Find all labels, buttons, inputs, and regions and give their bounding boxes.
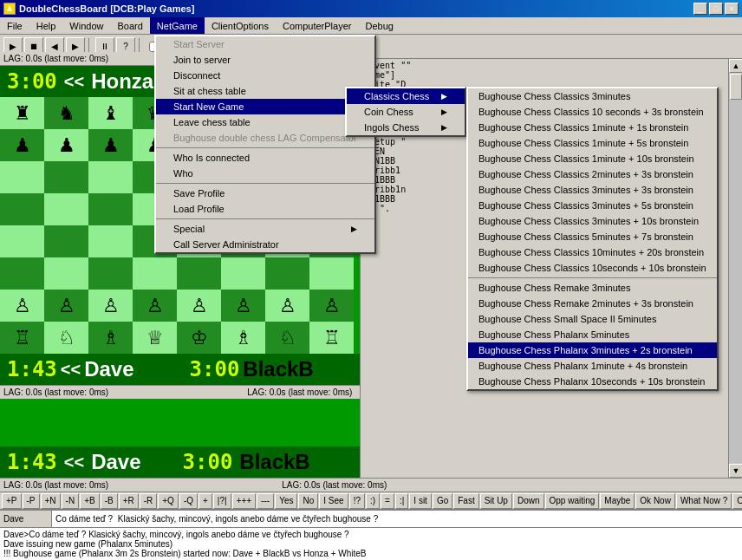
btn-fast[interactable]: Fast [453, 493, 478, 509]
classics-item-7[interactable]: Bughouse Chess Classics 3minutes + 3s br… [468, 182, 717, 198]
toolbar-btn-3[interactable]: ◀ [45, 37, 64, 56]
classics-item-5[interactable]: Bughouse Chess Classics 1minute + 10s br… [468, 151, 717, 166]
btn-oppdead[interactable]: Opp dead [732, 493, 742, 509]
btn-smile[interactable]: :) [366, 493, 380, 509]
submenu-classics[interactable]: Classics Chess▶ [347, 88, 465, 104]
chat-log: Dave>Co dáme teď ? Klasický šachy, minco… [0, 528, 742, 560]
menu-debug[interactable]: Debug [358, 17, 400, 34]
chat-line-0: Dave>Co dáme teď ? Klasický šachy, minco… [3, 530, 739, 539]
netgame-whoisconnected[interactable]: Who Is connected [156, 150, 374, 166]
classics-item-16[interactable]: Bughouse Chess Phalanx 5minutes [468, 327, 717, 342]
btn-minus-n[interactable]: -N [62, 493, 80, 509]
right-line-2: game"] [364, 70, 725, 80]
scroll-down-btn[interactable]: ▼ [729, 464, 742, 478]
menu-help[interactable]: Help [29, 17, 63, 34]
netgame-saveprofile[interactable]: Save Profile [156, 186, 374, 201]
close-button[interactable]: × [725, 3, 739, 15]
btn-oppwait[interactable]: Opp waiting [545, 493, 600, 509]
menu-sep-2 [156, 183, 374, 184]
btn-isee[interactable]: I See [319, 493, 348, 509]
btn-plus-r[interactable]: +R [119, 493, 139, 509]
btn-no[interactable]: No [298, 493, 318, 509]
menu-clientoptions[interactable]: ClientOptions [205, 17, 276, 34]
classics-item-14[interactable]: Bughouse Chess Remake 2minutes + 3s bron… [468, 296, 717, 311]
btn-go[interactable]: Go [433, 493, 452, 509]
netgame-who[interactable]: Who [156, 166, 374, 181]
classics-item-2[interactable]: Bughouse Chess Classics 10 seconds + 3s … [468, 104, 717, 120]
maximize-button[interactable]: □ [709, 3, 723, 15]
toolbar-btn-2[interactable]: ⏹ [24, 37, 43, 56]
netgame-loadprofile[interactable]: Load Profile [156, 201, 374, 217]
btn-excl[interactable]: !? [349, 493, 365, 509]
btn-plus-p[interactable]: +P [2, 493, 22, 509]
classics-item-9[interactable]: Bughouse Chess Classics 3minutes + 10s b… [468, 213, 717, 229]
netgame-special[interactable]: Special▶ [156, 221, 374, 237]
btn-isit[interactable]: I sit [409, 493, 432, 509]
btn-pipe[interactable]: + [199, 493, 212, 509]
btn-minus-q[interactable]: -Q [179, 493, 198, 509]
btn-plus-b[interactable]: +B [80, 493, 100, 509]
netgame-lag[interactable]: Bughouse double chess LAG Compensator [156, 130, 374, 146]
chat-area: Dave Dave>Co dáme teď ? Klasický šachy, … [0, 509, 742, 560]
netgame-sitat[interactable]: Sit at chess table▶ [156, 83, 374, 99]
classics-item-1[interactable]: Bughouse Chess Classics 3minutes [468, 88, 717, 104]
btn-qmark[interactable]: |?| [213, 493, 231, 509]
btn-yes[interactable]: Yes [275, 493, 297, 509]
btn-plus3[interactable]: +++ [232, 493, 257, 509]
menu-file[interactable]: File [0, 17, 29, 34]
classics-item-11[interactable]: Bughouse Chess Classics 10minutes + 20s … [468, 244, 717, 260]
classics-item-15[interactable]: Bughouse Chess Small Space II 5minutes [468, 311, 717, 327]
btn-situp[interactable]: Sit Up [480, 493, 512, 509]
toolbar-btn-1[interactable]: ▶ [3, 37, 23, 56]
classics-item-18[interactable]: Bughouse Chess Phalanx 1minute + 4s bron… [468, 358, 717, 374]
minimize-button[interactable]: _ [693, 3, 707, 15]
netgame-startserver[interactable]: Start Server [156, 36, 374, 52]
btn-eq[interactable]: = [381, 493, 394, 509]
netgame-joinserver[interactable]: Join to server [156, 52, 374, 68]
blackb-name: BlackB [239, 450, 309, 474]
toolbar-btn-4[interactable]: ▶ [66, 37, 85, 56]
classics-item-8[interactable]: Bughouse Chess Classics 3minutes + 5s br… [468, 198, 717, 213]
netgame-calladmin[interactable]: Call Server Administrator [156, 237, 374, 252]
classics-item-17[interactable]: Bughouse Chess Phalanx 3minutes + 2s bro… [468, 342, 717, 358]
classics-item-13[interactable]: Bughouse Chess Remake 3minutes [468, 280, 717, 296]
honza-time: 3:00 [7, 87, 57, 111]
btn-plus-n[interactable]: +N [41, 493, 61, 509]
btn-whatnow[interactable]: What Now ? [676, 493, 732, 509]
menu-netgame[interactable]: NetGame [150, 17, 205, 34]
classics-item-6[interactable]: Bughouse Chess Classics 2minutes + 3s br… [468, 166, 717, 182]
lag-top: LAG: 0.0s (last move: 0ms) [7, 67, 112, 76]
scroll-up-btn[interactable]: ▲ [729, 59, 742, 73]
title-bar: ♟ DoubleChessBoard [DCB:Play Games] _ □ … [0, 0, 742, 17]
classics-item-4[interactable]: Bughouse Chess Classics 1minute + 5s bro… [468, 135, 717, 151]
classics-item-3[interactable]: Bughouse Chess Classics 1minute + 1s bro… [468, 120, 717, 135]
btn-minus-r[interactable]: -R [140, 493, 158, 509]
classics-item-19[interactable]: Bughouse Chess Phalanx 10seconds + 10s b… [468, 374, 717, 389]
scrollbar: ▲ ▼ [728, 59, 742, 478]
blackb-time: 3:00 [183, 450, 233, 474]
menu-window[interactable]: Window [62, 17, 110, 34]
netgame-disconnect[interactable]: Disconnect [156, 68, 374, 83]
btn-neutral[interactable]: :| [395, 493, 408, 509]
btn-maybe[interactable]: Maybe [600, 493, 635, 509]
netgame-leavetable[interactable]: Leave chess table▶ [156, 114, 374, 130]
menu-computerplayer[interactable]: ComputerPlayer [276, 17, 358, 34]
btn-down[interactable]: Down [513, 493, 544, 509]
netgame-startnewgame[interactable]: Start New Game▶ [156, 99, 374, 114]
submenu-ingols[interactable]: Ingols Chess▶ [347, 120, 465, 135]
chat-input[interactable] [52, 511, 742, 527]
scroll-thumb[interactable] [730, 74, 742, 100]
submenu-coin[interactable]: Coin Chess▶ [347, 104, 465, 120]
bottom-button-bar: +P -P +N -N +B -B +R -R +Q -Q + |?| +++ … [0, 492, 742, 509]
btn-minus-p[interactable]: -P [23, 493, 40, 509]
classics-sep-1 [468, 277, 717, 278]
btn-plus-q[interactable]: +Q [158, 493, 179, 509]
btn-oknow[interactable]: Ok Now [635, 493, 675, 509]
btn-minus3[interactable]: --- [257, 493, 274, 509]
classics-item-12[interactable]: Bughouse Chess Classics 10seconds + 10s … [468, 260, 717, 276]
menu-board[interactable]: Board [110, 17, 149, 34]
toolbar-btn-5[interactable]: ⏸ [95, 37, 114, 56]
toolbar-btn-6[interactable]: ? [116, 37, 135, 56]
classics-item-10[interactable]: Bughouse Chess Classics 5minutes + 7s br… [468, 229, 717, 244]
btn-minus-b[interactable]: -B [101, 493, 118, 509]
